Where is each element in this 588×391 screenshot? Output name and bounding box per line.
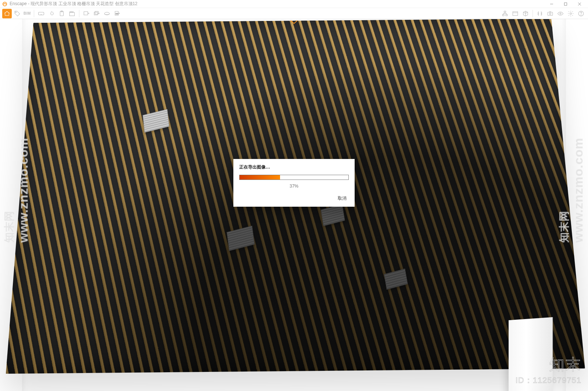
camera-icon[interactable] bbox=[545, 9, 555, 18]
window-titlebar: Enscape - 现代异形吊顶 工业吊顶 格栅吊顶 天花造型 创意吊顶12 bbox=[0, 0, 588, 8]
eye-icon[interactable] bbox=[556, 9, 565, 18]
hvac-vent bbox=[227, 226, 255, 251]
sitemap-icon[interactable] bbox=[500, 9, 510, 18]
export-image-icon[interactable] bbox=[82, 9, 91, 18]
window-minimize-button[interactable] bbox=[545, 0, 559, 8]
asset-library-icon[interactable] bbox=[510, 9, 520, 18]
hvac-vent bbox=[384, 268, 408, 289]
compare-views-icon[interactable] bbox=[535, 9, 545, 18]
main-toolbar: BIM EXE bbox=[0, 8, 588, 19]
svg-rect-11 bbox=[94, 12, 97, 15]
svg-rect-20 bbox=[548, 12, 553, 15]
export-progress-dialog: 正在导出图像… 37% 取消 bbox=[233, 159, 355, 207]
svg-rect-17 bbox=[502, 14, 504, 16]
progress-bar-fill bbox=[240, 175, 280, 180]
chevron-down-icon[interactable] bbox=[290, 19, 298, 23]
svg-rect-9 bbox=[69, 12, 75, 16]
panorama-360-icon[interactable] bbox=[102, 9, 112, 18]
cancel-button[interactable]: 取消 bbox=[336, 194, 349, 203]
toolbar-separator bbox=[533, 10, 533, 17]
window-close-button[interactable] bbox=[573, 0, 587, 8]
watermark-left: 知末网 www.znzmo.com bbox=[2, 138, 31, 243]
svg-rect-10 bbox=[84, 11, 88, 15]
hvac-vent bbox=[321, 204, 345, 226]
svg-rect-2 bbox=[564, 3, 567, 5]
export-exe-icon[interactable]: EXE bbox=[112, 9, 122, 18]
home-icon[interactable] bbox=[2, 9, 12, 18]
app-logo-icon bbox=[2, 1, 7, 7]
render-viewport[interactable]: 知末网 www.znzmo.com 知末网 www.znzmo.com 知末 I… bbox=[0, 19, 588, 391]
clapperboard-icon[interactable] bbox=[67, 9, 77, 18]
fire-icon[interactable] bbox=[47, 9, 56, 18]
help-icon[interactable] bbox=[576, 9, 586, 18]
clipboard-icon[interactable] bbox=[57, 9, 67, 18]
progress-percent-label: 37% bbox=[239, 184, 349, 189]
svg-rect-16 bbox=[504, 11, 506, 12]
tag-icon[interactable] bbox=[12, 9, 22, 18]
svg-point-5 bbox=[15, 12, 16, 12]
watermark-corner: 知末 ID：1125679751 bbox=[516, 354, 581, 386]
svg-rect-18 bbox=[506, 14, 508, 16]
svg-rect-12 bbox=[95, 11, 98, 14]
progress-bar bbox=[239, 175, 349, 180]
svg-point-22 bbox=[560, 13, 561, 14]
svg-point-23 bbox=[570, 12, 572, 14]
svg-point-21 bbox=[549, 13, 551, 15]
watermark-right: 知末网 www.znzmo.com bbox=[557, 138, 586, 243]
vr-goggles-icon[interactable] bbox=[36, 9, 46, 18]
window-maximize-button[interactable] bbox=[559, 0, 573, 8]
cube-icon[interactable] bbox=[521, 9, 530, 18]
toolbar-separator bbox=[34, 10, 34, 17]
toolbar-separator bbox=[79, 10, 79, 17]
svg-rect-19 bbox=[513, 11, 518, 15]
svg-text:EXE: EXE bbox=[115, 13, 118, 15]
dialog-title: 正在导出图像… bbox=[239, 164, 349, 170]
bim-label[interactable]: BIM bbox=[23, 11, 32, 15]
export-batch-icon[interactable] bbox=[92, 9, 101, 18]
gear-icon[interactable] bbox=[566, 9, 576, 18]
window-title: Enscape - 现代异形吊顶 工业吊顶 格栅吊顶 天花造型 创意吊顶12 bbox=[10, 1, 137, 7]
hvac-vent bbox=[143, 109, 169, 133]
svg-point-25 bbox=[581, 15, 581, 15]
